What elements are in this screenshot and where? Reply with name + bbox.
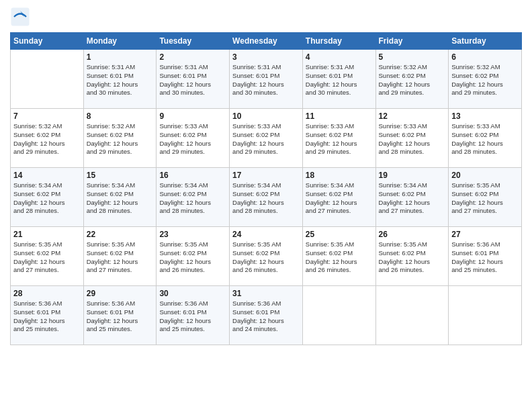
day-info: Sunrise: 5:35 AM Sunset: 6:02 PM Dayligh… bbox=[379, 240, 446, 275]
day-number: 26 bbox=[379, 230, 446, 239]
day-info: Sunrise: 5:35 AM Sunset: 6:02 PM Dayligh… bbox=[159, 240, 226, 275]
day-info: Sunrise: 5:31 AM Sunset: 6:01 PM Dayligh… bbox=[87, 63, 154, 97]
logo bbox=[10, 7, 33, 27]
day-number: 16 bbox=[159, 171, 226, 180]
page-header bbox=[10, 7, 522, 27]
calendar-cell: 5Sunrise: 5:32 AM Sunset: 6:02 PM Daylig… bbox=[375, 50, 449, 109]
day-number: 28 bbox=[13, 289, 81, 298]
calendar-cell: 28Sunrise: 5:36 AM Sunset: 6:01 PM Dayli… bbox=[11, 286, 84, 345]
day-number: 10 bbox=[232, 111, 300, 121]
calendar-cell: 3Sunrise: 5:31 AM Sunset: 6:01 PM Daylig… bbox=[230, 50, 303, 109]
calendar-cell: 9Sunrise: 5:33 AM Sunset: 6:02 PM Daylig… bbox=[157, 109, 230, 168]
calendar-cell: 22Sunrise: 5:35 AM Sunset: 6:02 PM Dayli… bbox=[83, 227, 157, 286]
day-number: 22 bbox=[87, 230, 154, 239]
day-info: Sunrise: 5:33 AM Sunset: 6:02 PM Dayligh… bbox=[159, 122, 226, 156]
day-number: 11 bbox=[306, 111, 373, 121]
day-number: 24 bbox=[232, 230, 300, 239]
day-info: Sunrise: 5:34 AM Sunset: 6:02 PM Dayligh… bbox=[306, 181, 373, 216]
day-info: Sunrise: 5:31 AM Sunset: 6:01 PM Dayligh… bbox=[306, 63, 373, 97]
calendar-cell: 15Sunrise: 5:34 AM Sunset: 6:02 PM Dayli… bbox=[83, 168, 157, 227]
day-info: Sunrise: 5:34 AM Sunset: 6:02 PM Dayligh… bbox=[379, 181, 446, 216]
day-info: Sunrise: 5:31 AM Sunset: 6:01 PM Dayligh… bbox=[232, 63, 300, 97]
calendar-cell: 17Sunrise: 5:34 AM Sunset: 6:02 PM Dayli… bbox=[230, 168, 303, 227]
calendar-cell: 10Sunrise: 5:33 AM Sunset: 6:02 PM Dayli… bbox=[230, 109, 303, 168]
day-info: Sunrise: 5:32 AM Sunset: 6:02 PM Dayligh… bbox=[379, 63, 446, 97]
day-number: 30 bbox=[159, 289, 226, 298]
day-number: 14 bbox=[13, 171, 81, 180]
day-number: 9 bbox=[159, 111, 226, 121]
day-info: Sunrise: 5:31 AM Sunset: 6:01 PM Dayligh… bbox=[159, 63, 226, 97]
calendar-cell: 11Sunrise: 5:33 AM Sunset: 6:02 PM Dayli… bbox=[302, 109, 375, 168]
calendar-cell: 20Sunrise: 5:35 AM Sunset: 6:02 PM Dayli… bbox=[449, 168, 522, 227]
calendar-cell bbox=[11, 50, 84, 109]
day-number: 8 bbox=[87, 111, 154, 121]
calendar-cell bbox=[302, 286, 375, 345]
calendar-cell: 23Sunrise: 5:35 AM Sunset: 6:02 PM Dayli… bbox=[157, 227, 230, 286]
day-info: Sunrise: 5:32 AM Sunset: 6:02 PM Dayligh… bbox=[13, 122, 81, 156]
calendar-cell: 25Sunrise: 5:35 AM Sunset: 6:02 PM Dayli… bbox=[302, 227, 375, 286]
week-row-4: 21Sunrise: 5:35 AM Sunset: 6:02 PM Dayli… bbox=[11, 227, 522, 286]
calendar-cell: 16Sunrise: 5:34 AM Sunset: 6:02 PM Dayli… bbox=[157, 168, 230, 227]
day-info: Sunrise: 5:34 AM Sunset: 6:02 PM Dayligh… bbox=[87, 181, 154, 216]
day-number: 18 bbox=[306, 171, 373, 180]
day-info: Sunrise: 5:33 AM Sunset: 6:02 PM Dayligh… bbox=[232, 122, 300, 156]
header-day-saturday: Saturday bbox=[449, 33, 522, 50]
calendar-cell: 31Sunrise: 5:36 AM Sunset: 6:01 PM Dayli… bbox=[230, 286, 303, 345]
week-row-3: 14Sunrise: 5:34 AM Sunset: 6:02 PM Dayli… bbox=[11, 168, 522, 227]
calendar-cell: 8Sunrise: 5:32 AM Sunset: 6:02 PM Daylig… bbox=[83, 109, 157, 168]
day-number: 1 bbox=[87, 52, 154, 62]
header-day-wednesday: Wednesday bbox=[230, 33, 303, 50]
calendar-cell: 6Sunrise: 5:32 AM Sunset: 6:02 PM Daylig… bbox=[449, 50, 522, 109]
day-info: Sunrise: 5:34 AM Sunset: 6:02 PM Dayligh… bbox=[13, 181, 81, 216]
calendar-cell bbox=[449, 286, 522, 345]
week-row-5: 28Sunrise: 5:36 AM Sunset: 6:01 PM Dayli… bbox=[11, 286, 522, 345]
day-number: 20 bbox=[451, 171, 519, 180]
day-info: Sunrise: 5:33 AM Sunset: 6:02 PM Dayligh… bbox=[306, 122, 373, 156]
day-info: Sunrise: 5:33 AM Sunset: 6:02 PM Dayligh… bbox=[379, 122, 446, 156]
header-day-monday: Monday bbox=[83, 33, 157, 50]
day-number: 2 bbox=[159, 52, 226, 62]
header-day-tuesday: Tuesday bbox=[157, 33, 230, 50]
svg-rect-0 bbox=[11, 8, 30, 26]
day-number: 23 bbox=[159, 230, 226, 239]
day-number: 12 bbox=[379, 111, 446, 121]
day-number: 6 bbox=[451, 52, 519, 62]
calendar-cell: 7Sunrise: 5:32 AM Sunset: 6:02 PM Daylig… bbox=[11, 109, 84, 168]
day-number: 17 bbox=[232, 171, 300, 180]
day-info: Sunrise: 5:35 AM Sunset: 6:02 PM Dayligh… bbox=[232, 240, 300, 275]
day-number: 4 bbox=[306, 52, 373, 62]
day-info: Sunrise: 5:36 AM Sunset: 6:01 PM Dayligh… bbox=[87, 300, 154, 334]
logo-icon bbox=[10, 7, 30, 27]
day-info: Sunrise: 5:36 AM Sunset: 6:01 PM Dayligh… bbox=[159, 300, 226, 334]
header-day-thursday: Thursday bbox=[302, 33, 375, 50]
calendar-table: SundayMondayTuesdayWednesdayThursdayFrid… bbox=[10, 32, 522, 345]
day-number: 19 bbox=[379, 171, 446, 180]
day-number: 31 bbox=[232, 289, 300, 298]
calendar-cell bbox=[375, 286, 449, 345]
day-info: Sunrise: 5:36 AM Sunset: 6:01 PM Dayligh… bbox=[232, 300, 300, 334]
calendar-cell: 13Sunrise: 5:33 AM Sunset: 6:02 PM Dayli… bbox=[449, 109, 522, 168]
day-info: Sunrise: 5:34 AM Sunset: 6:02 PM Dayligh… bbox=[232, 181, 300, 216]
day-info: Sunrise: 5:33 AM Sunset: 6:02 PM Dayligh… bbox=[451, 122, 519, 156]
day-info: Sunrise: 5:34 AM Sunset: 6:02 PM Dayligh… bbox=[159, 181, 226, 216]
day-number: 7 bbox=[13, 111, 81, 121]
calendar-cell: 2Sunrise: 5:31 AM Sunset: 6:01 PM Daylig… bbox=[157, 50, 230, 109]
day-info: Sunrise: 5:35 AM Sunset: 6:02 PM Dayligh… bbox=[306, 240, 373, 275]
day-number: 27 bbox=[451, 230, 519, 239]
calendar-cell: 14Sunrise: 5:34 AM Sunset: 6:02 PM Dayli… bbox=[11, 168, 84, 227]
calendar-cell: 26Sunrise: 5:35 AM Sunset: 6:02 PM Dayli… bbox=[375, 227, 449, 286]
day-info: Sunrise: 5:32 AM Sunset: 6:02 PM Dayligh… bbox=[451, 63, 519, 97]
calendar-cell: 21Sunrise: 5:35 AM Sunset: 6:02 PM Dayli… bbox=[11, 227, 84, 286]
header-day-sunday: Sunday bbox=[11, 33, 84, 50]
day-info: Sunrise: 5:35 AM Sunset: 6:02 PM Dayligh… bbox=[13, 240, 81, 275]
header-day-friday: Friday bbox=[375, 33, 449, 50]
day-number: 29 bbox=[87, 289, 154, 298]
day-info: Sunrise: 5:36 AM Sunset: 6:01 PM Dayligh… bbox=[451, 240, 519, 275]
day-info: Sunrise: 5:35 AM Sunset: 6:02 PM Dayligh… bbox=[87, 240, 154, 275]
calendar-cell: 12Sunrise: 5:33 AM Sunset: 6:02 PM Dayli… bbox=[375, 109, 449, 168]
day-info: Sunrise: 5:32 AM Sunset: 6:02 PM Dayligh… bbox=[87, 122, 154, 156]
calendar-cell: 24Sunrise: 5:35 AM Sunset: 6:02 PM Dayli… bbox=[230, 227, 303, 286]
day-number: 5 bbox=[379, 52, 446, 62]
week-row-1: 1Sunrise: 5:31 AM Sunset: 6:01 PM Daylig… bbox=[11, 50, 522, 109]
calendar-cell: 18Sunrise: 5:34 AM Sunset: 6:02 PM Dayli… bbox=[302, 168, 375, 227]
